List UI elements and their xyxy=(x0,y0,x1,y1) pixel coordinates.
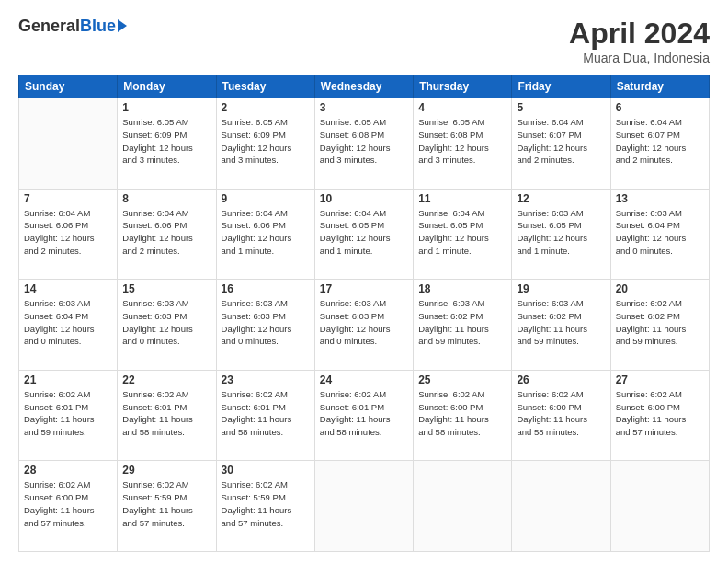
day-info: Sunrise: 6:02 AM Sunset: 6:01 PM Dayligh… xyxy=(320,388,408,439)
logo: General Blue xyxy=(18,17,127,36)
day-info: Sunrise: 6:04 AM Sunset: 6:07 PM Dayligh… xyxy=(616,116,704,167)
calendar-week-row-1: 1Sunrise: 6:05 AM Sunset: 6:09 PM Daylig… xyxy=(19,98,710,190)
day-info: Sunrise: 6:04 AM Sunset: 6:06 PM Dayligh… xyxy=(24,207,112,258)
day-info: Sunrise: 6:02 AM Sunset: 6:02 PM Dayligh… xyxy=(616,297,704,348)
day-info: Sunrise: 6:02 AM Sunset: 6:01 PM Dayligh… xyxy=(122,388,210,439)
day-info: Sunrise: 6:04 AM Sunset: 6:07 PM Dayligh… xyxy=(517,116,605,167)
day-number: 2 xyxy=(222,101,310,114)
day-number: 5 xyxy=(517,101,605,114)
calendar-cell: 23Sunrise: 6:02 AM Sunset: 6:01 PM Dayli… xyxy=(216,370,314,461)
day-number: 25 xyxy=(418,373,506,386)
calendar-cell: 29Sunrise: 6:02 AM Sunset: 5:59 PM Dayli… xyxy=(118,461,216,552)
day-info: Sunrise: 6:03 AM Sunset: 6:03 PM Dayligh… xyxy=(222,297,310,348)
logo-general: General xyxy=(18,17,80,36)
calendar-cell: 5Sunrise: 6:04 AM Sunset: 6:07 PM Daylig… xyxy=(512,98,610,190)
calendar-cell xyxy=(512,461,610,552)
calendar-cell: 9Sunrise: 6:04 AM Sunset: 6:06 PM Daylig… xyxy=(216,189,314,280)
logo-text: General Blue xyxy=(18,17,127,36)
calendar-cell: 16Sunrise: 6:03 AM Sunset: 6:03 PM Dayli… xyxy=(216,280,314,371)
calendar-cell xyxy=(610,461,709,552)
header-tuesday: Tuesday xyxy=(216,75,314,98)
calendar-cell: 24Sunrise: 6:02 AM Sunset: 6:01 PM Dayli… xyxy=(314,370,413,461)
header-thursday: Thursday xyxy=(414,75,512,98)
day-info: Sunrise: 6:03 AM Sunset: 6:02 PM Dayligh… xyxy=(418,297,506,348)
day-number: 18 xyxy=(418,282,506,295)
day-info: Sunrise: 6:02 AM Sunset: 6:00 PM Dayligh… xyxy=(616,388,704,439)
day-info: Sunrise: 6:03 AM Sunset: 6:05 PM Dayligh… xyxy=(517,207,605,258)
header-sunday: Sunday xyxy=(19,75,118,98)
day-number: 29 xyxy=(122,464,210,477)
calendar-cell xyxy=(414,461,512,552)
day-info: Sunrise: 6:02 AM Sunset: 6:00 PM Dayligh… xyxy=(24,478,112,529)
day-number: 14 xyxy=(24,282,112,295)
calendar-week-row-3: 14Sunrise: 6:03 AM Sunset: 6:04 PM Dayli… xyxy=(19,280,710,371)
calendar-cell: 3Sunrise: 6:05 AM Sunset: 6:08 PM Daylig… xyxy=(314,98,413,190)
day-info: Sunrise: 6:05 AM Sunset: 6:09 PM Dayligh… xyxy=(222,116,310,167)
header-friday: Friday xyxy=(512,75,610,98)
day-info: Sunrise: 6:04 AM Sunset: 6:05 PM Dayligh… xyxy=(320,207,408,258)
day-number: 23 xyxy=(222,373,310,386)
calendar-cell: 8Sunrise: 6:04 AM Sunset: 6:06 PM Daylig… xyxy=(118,189,216,280)
day-number: 24 xyxy=(320,373,408,386)
day-number: 10 xyxy=(320,192,408,205)
header-saturday: Saturday xyxy=(610,75,709,98)
calendar-cell: 28Sunrise: 6:02 AM Sunset: 6:00 PM Dayli… xyxy=(19,461,118,552)
logo-arrow-icon xyxy=(118,19,127,32)
day-info: Sunrise: 6:04 AM Sunset: 6:06 PM Dayligh… xyxy=(122,207,210,258)
day-number: 6 xyxy=(616,101,704,114)
calendar-cell: 20Sunrise: 6:02 AM Sunset: 6:02 PM Dayli… xyxy=(610,280,709,371)
calendar-cell: 19Sunrise: 6:03 AM Sunset: 6:02 PM Dayli… xyxy=(512,280,610,371)
calendar-cell: 12Sunrise: 6:03 AM Sunset: 6:05 PM Dayli… xyxy=(512,189,610,280)
day-number: 4 xyxy=(418,101,506,114)
calendar-cell: 17Sunrise: 6:03 AM Sunset: 6:03 PM Dayli… xyxy=(314,280,413,371)
day-number: 9 xyxy=(222,192,310,205)
calendar-cell: 18Sunrise: 6:03 AM Sunset: 6:02 PM Dayli… xyxy=(414,280,512,371)
calendar-cell: 6Sunrise: 6:04 AM Sunset: 6:07 PM Daylig… xyxy=(610,98,709,190)
day-number: 21 xyxy=(24,373,112,386)
day-info: Sunrise: 6:05 AM Sunset: 6:08 PM Dayligh… xyxy=(418,116,506,167)
day-info: Sunrise: 6:02 AM Sunset: 6:00 PM Dayligh… xyxy=(418,388,506,439)
day-info: Sunrise: 6:04 AM Sunset: 6:06 PM Dayligh… xyxy=(222,207,310,258)
day-number: 3 xyxy=(320,101,408,114)
day-number: 26 xyxy=(517,373,605,386)
day-number: 1 xyxy=(122,101,210,114)
day-info: Sunrise: 6:05 AM Sunset: 6:08 PM Dayligh… xyxy=(320,116,408,167)
logo-blue: Blue xyxy=(80,17,116,36)
calendar-cell xyxy=(314,461,413,552)
day-number: 28 xyxy=(24,464,112,477)
calendar-cell: 25Sunrise: 6:02 AM Sunset: 6:00 PM Dayli… xyxy=(414,370,512,461)
calendar-week-row-2: 7Sunrise: 6:04 AM Sunset: 6:06 PM Daylig… xyxy=(19,189,710,280)
calendar-table: Sunday Monday Tuesday Wednesday Thursday… xyxy=(18,75,710,552)
day-number: 11 xyxy=(418,192,506,205)
day-number: 22 xyxy=(122,373,210,386)
calendar-cell: 2Sunrise: 6:05 AM Sunset: 6:09 PM Daylig… xyxy=(216,98,314,190)
calendar-cell: 4Sunrise: 6:05 AM Sunset: 6:08 PM Daylig… xyxy=(414,98,512,190)
day-info: Sunrise: 6:02 AM Sunset: 6:01 PM Dayligh… xyxy=(222,388,310,439)
day-number: 30 xyxy=(222,464,310,477)
calendar-cell: 11Sunrise: 6:04 AM Sunset: 6:05 PM Dayli… xyxy=(414,189,512,280)
day-info: Sunrise: 6:03 AM Sunset: 6:03 PM Dayligh… xyxy=(122,297,210,348)
title-block: April 2024 Muara Dua, Indonesia xyxy=(569,17,710,65)
day-info: Sunrise: 6:03 AM Sunset: 6:04 PM Dayligh… xyxy=(616,207,704,258)
day-info: Sunrise: 6:02 AM Sunset: 6:01 PM Dayligh… xyxy=(24,388,112,439)
day-number: 16 xyxy=(222,282,310,295)
day-info: Sunrise: 6:04 AM Sunset: 6:05 PM Dayligh… xyxy=(418,207,506,258)
day-number: 13 xyxy=(616,192,704,205)
day-number: 12 xyxy=(517,192,605,205)
calendar-cell: 30Sunrise: 6:02 AM Sunset: 5:59 PM Dayli… xyxy=(216,461,314,552)
day-number: 7 xyxy=(24,192,112,205)
day-info: Sunrise: 6:02 AM Sunset: 5:59 PM Dayligh… xyxy=(222,478,310,529)
day-number: 15 xyxy=(122,282,210,295)
calendar-cell: 10Sunrise: 6:04 AM Sunset: 6:05 PM Dayli… xyxy=(314,189,413,280)
calendar-cell: 27Sunrise: 6:02 AM Sunset: 6:00 PM Dayli… xyxy=(610,370,709,461)
day-info: Sunrise: 6:02 AM Sunset: 5:59 PM Dayligh… xyxy=(122,478,210,529)
day-info: Sunrise: 6:03 AM Sunset: 6:02 PM Dayligh… xyxy=(517,297,605,348)
calendar-week-row-5: 28Sunrise: 6:02 AM Sunset: 6:00 PM Dayli… xyxy=(19,461,710,552)
calendar-cell: 21Sunrise: 6:02 AM Sunset: 6:01 PM Dayli… xyxy=(19,370,118,461)
day-info: Sunrise: 6:02 AM Sunset: 6:00 PM Dayligh… xyxy=(517,388,605,439)
day-number: 8 xyxy=(122,192,210,205)
calendar-header-row: Sunday Monday Tuesday Wednesday Thursday… xyxy=(19,75,710,98)
calendar-cell: 26Sunrise: 6:02 AM Sunset: 6:00 PM Dayli… xyxy=(512,370,610,461)
main-title: April 2024 xyxy=(569,17,710,51)
day-number: 19 xyxy=(517,282,605,295)
